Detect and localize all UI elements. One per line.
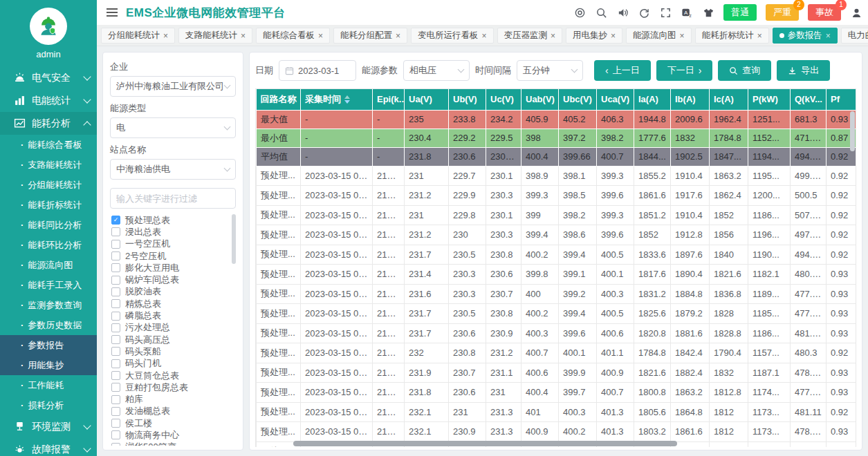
checkbox-icon[interactable] [111, 395, 120, 404]
table-row[interactable]: 预处理...2023-03-15 00...2173...231.6230.32… [257, 284, 857, 304]
checkbox-icon[interactable] [111, 383, 120, 392]
station-select[interactable]: 中海粮油供电 [110, 159, 236, 180]
table-row[interactable]: 预处理...2023-03-15 01...2173...232.1230.92… [257, 422, 857, 442]
checkbox-icon[interactable] [111, 240, 120, 249]
energy-type-select[interactable]: 电 [110, 117, 236, 138]
close-icon[interactable] [826, 31, 831, 41]
sidebar-item-监测参数查询[interactable]: ·监测参数查询 [0, 295, 97, 315]
table-row[interactable]: 预处理...2023-03-15 00...2173...231.7230.52… [257, 304, 857, 324]
sidebar-item-工作能耗[interactable]: ·工作能耗 [0, 375, 97, 395]
sidebar-item-能耗同比分析[interactable]: ·能耗同比分析 [0, 215, 97, 235]
tab-参数报告[interactable]: 参数报告 [773, 28, 838, 44]
sidebar-item-分组能耗统计[interactable]: ·分组能耗统计 [0, 175, 97, 195]
param-select[interactable]: 相电压 [403, 60, 470, 81]
circuit-item-码头高压总[interactable]: 码头高压总 [110, 334, 236, 345]
table-row[interactable]: 预处理...2023-03-15 00...2173...232230.8231… [257, 343, 857, 363]
tab-能耗折标统计[interactable]: 能耗折标统计 [695, 28, 769, 44]
tab-分组能耗统计[interactable]: 分组能耗统计 [101, 28, 175, 44]
sidebar-group-电气安全[interactable]: 电气安全 [0, 66, 97, 89]
sound-icon[interactable] [616, 6, 629, 19]
sidebar-item-能耗折标统计[interactable]: ·能耗折标统计 [0, 195, 97, 215]
checkbox-icon[interactable] [111, 443, 120, 446]
sidebar-item-参数报告[interactable]: ·参数报告 [0, 335, 97, 355]
table-row[interactable]: 预处理...2023-03-15 00...2172...231229.8230… [257, 205, 857, 225]
circuit-item-物流商务中心[interactable]: 物流商务中心 [110, 429, 236, 441]
tab-能源流向图[interactable]: 能源流向图 [626, 28, 692, 44]
circuit-item-污水处理总[interactable]: 污水处理总 [110, 322, 236, 334]
prev-day-button[interactable]: ‹上一日 [594, 60, 651, 81]
circuit-item-侯工楼[interactable]: 侯工楼 [110, 417, 236, 429]
circuit-item-磷脂总表[interactable]: 磷脂总表 [110, 310, 236, 321]
checkbox-icon[interactable] [111, 251, 120, 260]
checkbox-icon[interactable] [111, 359, 120, 368]
interval-select[interactable]: 五分钟 [517, 60, 583, 81]
filter-list-scrollbar[interactable] [232, 214, 236, 264]
table-row[interactable]: 预处理...2023-03-15 00...2172...231229.7230… [257, 166, 857, 186]
search-icon[interactable] [595, 6, 607, 19]
sidebar-group-环境监测[interactable]: 环境监测 [0, 415, 97, 438]
checkbox-icon[interactable] [111, 323, 120, 332]
circuit-item-精炼总表[interactable]: 精炼总表 [110, 298, 236, 310]
tab-电力曲线记录[interactable]: 电力曲线记录 [841, 28, 868, 44]
circuit-item-脱胶油表[interactable]: 脱胶油表 [110, 286, 236, 298]
next-day-button[interactable]: 下一日› [656, 60, 713, 81]
circuit-item-润华500箱变[interactable]: 润华500箱变 [110, 441, 236, 446]
checkbox-icon[interactable] [111, 227, 120, 236]
circuit-item-大豆筒仓总表[interactable]: 大豆筒仓总表 [110, 370, 236, 381]
circuit-item-豆粕打包房总表[interactable]: 豆粕打包房总表 [110, 381, 236, 393]
menu-collapse-icon[interactable] [107, 6, 118, 19]
theme-target-icon[interactable] [573, 6, 586, 19]
sidebar-item-能耗综合看板[interactable]: ·能耗综合看板 [0, 135, 97, 155]
tab-能耗综合看板[interactable]: 能耗综合看板 [256, 28, 330, 44]
checkbox-icon[interactable] [111, 371, 120, 380]
status-accident-button[interactable]: 事故1 [808, 4, 841, 21]
tab-用电集抄[interactable]: 用电集抄 [566, 28, 622, 44]
circuit-item-码头门机[interactable]: 码头门机 [110, 358, 236, 370]
user-profile[interactable]: admin [0, 0, 97, 66]
circuit-item-预处理总表[interactable]: 预处理总表 [110, 214, 236, 226]
tab-变压器监测[interactable]: 变压器监测 [497, 28, 563, 44]
sidebar-item-能源流向图[interactable]: ·能源流向图 [0, 255, 97, 275]
circuit-item-一号空压机[interactable]: 一号空压机 [110, 238, 236, 250]
table-row[interactable]: 预处理...2023-03-15 00...2172...231.7230.52… [257, 245, 857, 265]
column-header-采集时间[interactable]: 采集时间 [301, 89, 373, 110]
table-row[interactable]: 预处理...2023-03-15 00...2172...231.4230.32… [257, 265, 857, 285]
circuit-item-发油棚总表[interactable]: 发油棚总表 [110, 406, 236, 417]
sidebar-item-参数历史数据[interactable]: ·参数历史数据 [0, 315, 97, 335]
close-icon[interactable] [757, 31, 762, 41]
date-picker[interactable]: 2023-03-1 [279, 60, 356, 81]
table-row[interactable]: 预处理...2023-03-15 00...2172...231.2229.92… [257, 186, 857, 206]
close-icon[interactable] [551, 31, 555, 41]
circuit-item-码头泵船[interactable]: 码头泵船 [110, 345, 236, 357]
close-icon[interactable] [396, 31, 400, 41]
tab-支路能耗统计[interactable]: 支路能耗统计 [178, 28, 252, 44]
sidebar-item-支路能耗统计[interactable]: ·支路能耗统计 [0, 155, 97, 175]
sidebar-item-能耗手工录入[interactable]: ·能耗手工录入 [0, 275, 97, 295]
translate-icon[interactable]: Az [681, 6, 693, 19]
circuit-item-膨化大豆用电[interactable]: 膨化大豆用电 [110, 262, 236, 274]
checkbox-icon[interactable] [111, 299, 120, 308]
sidebar-group-故障报警[interactable]: 故障报警 [0, 438, 97, 456]
checkbox-icon[interactable] [111, 419, 120, 428]
query-button[interactable]: 查询 [718, 60, 771, 81]
checkbox-icon[interactable] [111, 312, 120, 321]
tab-变电所运行看板[interactable]: 变电所运行看板 [411, 28, 494, 44]
sidebar-group-能耗分析[interactable]: 能耗分析 [0, 112, 97, 135]
skin-icon[interactable] [702, 6, 714, 19]
table-row[interactable]: 预处理...2023-03-15 00...2173...231.9230.72… [257, 363, 857, 383]
checkbox-icon[interactable] [111, 263, 120, 272]
circuit-item-浸出总表[interactable]: 浸出总表 [110, 226, 236, 238]
table-row[interactable]: 预处理...2023-03-15 01...2173...232.1231231… [257, 402, 857, 422]
sort-icon[interactable] [344, 95, 350, 104]
circuit-item-锅炉车间总表[interactable]: 锅炉车间总表 [110, 274, 236, 285]
close-icon[interactable] [241, 31, 246, 41]
horizontal-scrollbar[interactable] [293, 441, 677, 446]
export-button[interactable]: 导出 [777, 60, 830, 81]
table-row[interactable]: 预处理...2023-03-15 00...2173...231.8230.62… [257, 383, 857, 403]
close-icon[interactable] [318, 31, 323, 41]
vertical-scrollbar[interactable] [850, 111, 855, 151]
close-icon[interactable] [611, 31, 616, 41]
table-row[interactable]: 预处理...2023-03-15 00...2173...231.7230.62… [257, 323, 857, 343]
circuit-item-2号空压机[interactable]: 2号空压机 [110, 250, 236, 262]
sidebar-item-能耗环比分析[interactable]: ·能耗环比分析 [0, 235, 97, 255]
